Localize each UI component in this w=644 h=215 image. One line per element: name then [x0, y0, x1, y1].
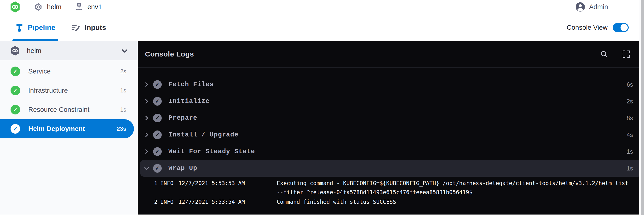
toggle-knob [620, 24, 628, 31]
step-name: Wait For Steady State [168, 148, 627, 155]
success-check-icon: ✓ [10, 67, 20, 76]
user-menu[interactable]: Admin [575, 2, 608, 12]
chevron-right-icon[interactable] [144, 115, 150, 121]
sidebar-stage-item[interactable]: ✓ Service 2s [0, 62, 134, 81]
console-logs-panel: Console Logs [138, 41, 644, 215]
chevron-right-icon[interactable] [144, 99, 150, 104]
log-timestamp: 12/7/2021 5:53:53 AM [178, 179, 270, 188]
step-success-icon: ✓ [153, 97, 162, 106]
log-step-row[interactable]: ✓ Initialize 2s [140, 93, 642, 110]
log-step-row[interactable]: ✓ Wait For Steady State 1s [140, 143, 642, 160]
step-duration: 1s [627, 165, 633, 172]
log-level: INFO [160, 179, 176, 188]
log-step-list: ✓ Fetch Files 6s ✓ Initialize 2s [138, 67, 644, 177]
stage-duration: 1s [120, 87, 134, 94]
environment-link[interactable]: env1 [75, 3, 102, 11]
step-name: Wrap Up [168, 165, 627, 172]
log-timestamp: 12/7/2021 5:53:54 AM [178, 197, 270, 206]
stage-label: Helm Deployment [28, 125, 117, 133]
log-message: Command finished with status SUCCESS [277, 197, 636, 206]
user-name: Admin [589, 3, 608, 11]
console-view-label: Console View [566, 24, 608, 31]
step-duration: 2s [627, 98, 633, 105]
step-name: Fetch Files [168, 81, 627, 88]
tab-inputs[interactable]: Inputs [71, 14, 106, 41]
stage-group-icon [10, 45, 20, 57]
gear-icon [34, 3, 43, 11]
log-level: INFO [160, 197, 176, 206]
step-name: Install / Upgrade [168, 131, 627, 138]
active-tab-underline [12, 39, 58, 41]
chevron-right-icon[interactable] [144, 132, 150, 137]
console-logs-title: Console Logs [145, 50, 194, 58]
sidebar-stage-item[interactable]: ✓ Helm Deployment 23s [0, 119, 134, 138]
stage-duration: 23s [117, 125, 134, 132]
pipeline-settings-link[interactable]: helm [34, 3, 62, 11]
sidebar-stage-item[interactable]: ✓ Infrastructure 1s [0, 81, 134, 100]
log-step-row[interactable]: ✓ Wrap Up 1s [140, 160, 642, 177]
pipeline-name: helm [47, 3, 62, 11]
fullscreen-icon[interactable] [622, 50, 630, 58]
tab-label: Pipeline [28, 23, 55, 32]
console-view-toggle[interactable] [613, 23, 629, 32]
chevron-right-icon[interactable] [144, 149, 150, 154]
user-avatar-icon [575, 2, 585, 12]
stage-duration: 1s [120, 106, 134, 113]
stage-label: Service [28, 67, 120, 75]
step-duration: 4s [627, 131, 633, 138]
environment-icon [75, 3, 83, 11]
step-success-icon: ✓ [153, 114, 162, 122]
scrollbar-thumb[interactable] [641, 0, 644, 215]
harness-deployments-icon[interactable] [10, 1, 20, 13]
execution-content: helm ✓ Service 2s ✓ [0, 41, 644, 215]
log-entry: 1 INFO 12/7/2021 5:53:53 AM Executing co… [152, 179, 636, 197]
log-step-row[interactable]: ✓ Prepare 8s [140, 110, 642, 126]
inputs-tab-icon [71, 23, 80, 32]
console-logs-header: Console Logs [138, 41, 644, 67]
chevron-down-icon[interactable] [121, 47, 128, 54]
pipeline-execution-page: helm env1 [0, 0, 644, 215]
step-duration: 1s [627, 148, 633, 155]
stage-label: Infrastructure [28, 87, 120, 94]
success-check-icon: ✓ [10, 105, 20, 114]
step-name: Prepare [168, 114, 627, 122]
tab-pipeline[interactable]: Pipeline [15, 14, 55, 41]
log-line-number: 1 [152, 179, 158, 188]
step-success-icon: ✓ [153, 131, 162, 139]
log-step-row[interactable]: ✓ Install / Upgrade 4s [140, 126, 642, 143]
stage-duration: 2s [120, 68, 134, 75]
search-icon[interactable] [600, 50, 608, 58]
success-check-icon: ✓ [10, 124, 20, 134]
step-duration: 8s [627, 115, 633, 122]
stages-sidebar: helm ✓ Service 2s ✓ [0, 41, 138, 215]
tab-label: Inputs [84, 23, 106, 32]
log-message: Executing command - KUBECONFIG=${KUBECON… [277, 179, 636, 197]
log-output: 1 INFO 12/7/2021 5:53:53 AM Executing co… [138, 177, 644, 207]
log-step-row[interactable]: ✓ Fetch Files 6s [140, 76, 642, 93]
stage-group-header[interactable]: helm [0, 41, 138, 60]
top-navigation-bar: helm env1 [0, 0, 644, 14]
stage-list: ✓ Service 2s ✓ Infrastructure 1s ✓ Resou… [0, 60, 138, 138]
view-tabs-bar: Pipeline Inputs Console View [0, 14, 644, 41]
step-name: Initialize [168, 98, 627, 105]
chevron-right-icon[interactable] [144, 165, 149, 171]
environment-name: env1 [88, 3, 102, 11]
chevron-right-icon[interactable] [144, 82, 150, 87]
stage-label: Resource Constraint [28, 106, 120, 113]
pipeline-tab-icon [15, 23, 24, 32]
log-line-number: 2 [152, 197, 158, 206]
page-scrollbar[interactable] [639, 0, 644, 215]
step-success-icon: ✓ [153, 164, 162, 173]
stage-group-label: helm [27, 47, 42, 55]
step-success-icon: ✓ [153, 147, 162, 156]
sidebar-stage-item[interactable]: ✓ Resource Constraint 1s [0, 100, 134, 119]
step-duration: 6s [627, 81, 633, 88]
success-check-icon: ✓ [10, 86, 20, 95]
step-success-icon: ✓ [153, 80, 162, 89]
log-entry: 2 INFO 12/7/2021 5:53:54 AM Command fini… [152, 197, 636, 206]
